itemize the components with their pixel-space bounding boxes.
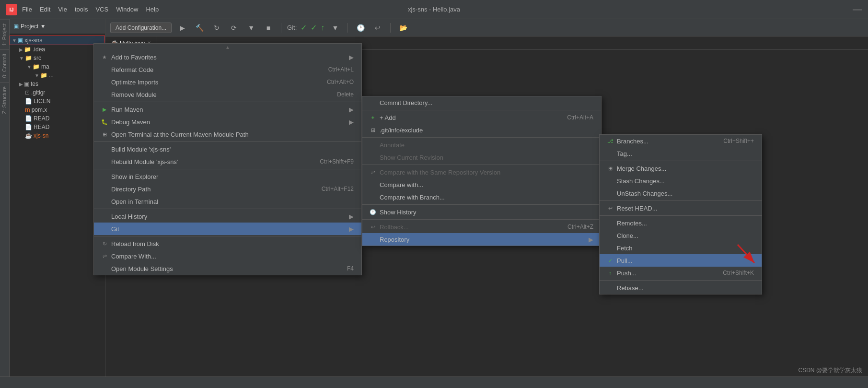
menu-window[interactable]: Window <box>116 6 138 13</box>
menu-reload-disk[interactable]: ↻ Reload from Disk <box>94 237 361 250</box>
rollback-btn[interactable]: ↩ <box>371 21 384 35</box>
build-btn[interactable]: 🔨 <box>193 21 206 35</box>
toolbar-sep1 <box>281 23 281 33</box>
menu-show-history[interactable]: 🕐 Show History <box>362 206 601 218</box>
tree-idea[interactable]: ▶ 📁 .idea <box>10 45 105 54</box>
git-check2-icon[interactable]: ✓ <box>311 23 317 32</box>
toolbar-sep2 <box>347 23 348 33</box>
tree-readme2[interactable]: 📄 READ <box>10 123 105 131</box>
tab-project[interactable]: 1: Project <box>0 19 9 49</box>
status-bar: CSDN @要学就学灰太狼 <box>0 376 868 388</box>
tree-root[interactable]: ▼ ▣ xjs-sns <box>10 35 105 45</box>
sep4 <box>94 209 361 209</box>
menu-push[interactable]: ↑ Push... Ctrl+Shift+K <box>600 267 762 279</box>
menu-show-explorer[interactable]: Show in Explorer <box>94 170 361 183</box>
tree-gitignore[interactable]: ⊡ .gitigr <box>10 88 105 97</box>
refresh-btn[interactable]: ⟳ <box>227 21 241 35</box>
menu-fetch[interactable]: Fetch <box>600 242 762 254</box>
tree-src[interactable]: ▼ 📁 src <box>10 54 105 62</box>
folder-btn[interactable]: 📂 <box>396 21 410 35</box>
tree-ma[interactable]: ▼ 📁 ma <box>10 62 105 71</box>
add-icon: + <box>368 114 378 121</box>
menu-rebase[interactable]: Rebase... <box>600 282 762 294</box>
menu-file[interactable]: File <box>22 6 32 13</box>
menu-debug-maven[interactable]: 🐛 Debug Maven ▶ <box>94 116 361 128</box>
menu-build-module[interactable]: Build Module 'xjs-sns' <box>94 143 361 155</box>
menu-add[interactable]: + + Add Ctrl+Alt+A <box>362 111 601 124</box>
compare-icon: ⇌ <box>100 252 109 260</box>
menu-commit-directory[interactable]: Commit Directory... <box>362 96 601 109</box>
tab-commit[interactable]: 0: Commit <box>0 49 9 82</box>
menu-git[interactable]: Git ▶ <box>94 223 361 235</box>
merge-icon: ⊞ <box>605 165 615 172</box>
run-maven-icon: ▶ <box>100 106 109 113</box>
menu-add-favorites[interactable]: ★ Add to Favorites ▶ <box>94 51 361 63</box>
tree-ma-sub[interactable]: ▼ 📁 ... <box>10 71 105 80</box>
minimize-icon[interactable]: — <box>853 4 862 15</box>
tree-tes[interactable]: ▶ ▣ tes <box>10 80 105 88</box>
menu-optimize-imports[interactable]: Optimize Imports Ctrl+Alt+O <box>94 76 361 88</box>
menu-compare-same-repo: ⇌ Compare with the Same Repository Versi… <box>362 166 601 178</box>
tree-license[interactable]: 📄 LICEN <box>10 97 105 106</box>
menu-reset-head[interactable]: ↩ Reset HEAD... <box>600 202 762 214</box>
menu-unstash-changes[interactable]: UnStash Changes... <box>600 187 762 200</box>
title-bar: IJ File Edit Vie tools VCS Window Help x… <box>0 0 868 19</box>
menu-compare-branch[interactable]: Compare with Branch... <box>362 191 601 203</box>
menu-edit[interactable]: Edit <box>40 6 50 13</box>
menu-repository[interactable]: Repository ▶ <box>362 233 601 246</box>
menu-open-module-settings[interactable]: Open Module Settings F4 <box>94 262 361 275</box>
push-icon: ↑ <box>605 269 615 277</box>
menu-pull[interactable]: ✓ Pull... <box>600 254 762 267</box>
history-btn[interactable]: 🕐 <box>354 21 367 35</box>
rollback-icon: ↩ <box>368 223 378 231</box>
menu-branches[interactable]: ⎇ Branches... Ctrl+Shift++ <box>600 135 762 147</box>
menu-remotes[interactable]: Remotes... <box>600 217 762 229</box>
add-config-btn[interactable]: Add Configuration... <box>110 23 172 33</box>
sync-btn[interactable]: ↻ <box>210 21 223 35</box>
menu-local-history[interactable]: Local History ▶ <box>94 210 361 223</box>
stop-btn[interactable]: ■ <box>262 21 275 35</box>
git-push-icon[interactable]: ↑ <box>321 24 324 32</box>
tree-readme1[interactable]: 📄 READ <box>10 114 105 123</box>
menu-directory-path[interactable]: Directory Path Ctrl+Alt+F12 <box>94 183 361 195</box>
menu-vcs[interactable]: VCS <box>95 6 108 13</box>
menu-run-maven[interactable]: ▶ Run Maven ▶ <box>94 103 361 116</box>
menu-tools[interactable]: tools <box>75 6 88 13</box>
reset-head-icon: ↩ <box>605 204 615 212</box>
tree-xjs[interactable]: ☕ xjs-sn <box>10 131 105 140</box>
menu-clone[interactable]: Clone... <box>600 229 762 242</box>
menu-show-current-revision: Show Current Revision <box>362 151 601 164</box>
tab-structure[interactable]: Z: Structure <box>0 82 9 118</box>
menu-open-terminal-maven[interactable]: ⊞ Open Terminal at the Current Maven Mod… <box>94 128 361 141</box>
project-panel: ▣ Project ▼ ▼ ▣ xjs-sns ▶ 📁 .idea ▼ 📁 sr… <box>10 19 105 376</box>
menu-tag[interactable]: Tag... <box>600 147 762 160</box>
menu-annotate: Annotate <box>362 139 601 151</box>
title-bar-right: — <box>853 4 862 15</box>
sep3 <box>94 169 361 169</box>
menu-compare-with2[interactable]: Compare with... <box>362 178 601 191</box>
menu-reformat-code[interactable]: Reformat Code Ctrl+Alt+L <box>94 63 361 76</box>
menu-stash-changes[interactable]: Stash Changes... <box>600 175 762 187</box>
debug-btn[interactable]: ▼ <box>244 21 258 35</box>
window-title: xjs-sns - Hello.java <box>408 6 460 13</box>
menu-compare-with[interactable]: ⇌ Compare With... <box>94 250 361 262</box>
menu-rebuild-module[interactable]: Rebuild Module 'xjs-sns' Ctrl+Shift+F9 <box>94 155 361 168</box>
menu-view[interactable]: Vie <box>58 6 67 13</box>
menu-help[interactable]: Help <box>146 6 159 13</box>
git-check1-icon[interactable]: ✓ <box>301 23 307 32</box>
menu-git-info-exclude[interactable]: ⊞ .git/info/exclude <box>362 124 601 136</box>
menu-remove-module[interactable]: Remove Module Delete <box>94 88 361 101</box>
run-btn[interactable]: ▶ <box>175 21 189 35</box>
menu-bar: File Edit Vie tools VCS Window Help <box>22 6 159 13</box>
folder-icon: ▣ <box>13 23 19 30</box>
main-toolbar: Add Configuration... ▶ 🔨 ↻ ⟳ ▼ ■ Git: ✓ … <box>105 19 868 36</box>
sep2 <box>94 141 361 142</box>
git-dropdown-btn[interactable]: ▼ <box>328 21 342 35</box>
menu-open-terminal[interactable]: Open in Terminal <box>94 195 361 208</box>
debug-maven-icon: 🐛 <box>100 118 109 126</box>
menu-merge-changes[interactable]: ⊞ Merge Changes... <box>600 162 762 175</box>
watermark: CSDN @要学就学灰太狼 <box>798 366 862 375</box>
context-menu-vcs: Commit Directory... + + Add Ctrl+Alt+A ⊞… <box>362 96 602 246</box>
tree-pom[interactable]: m pom.x <box>10 106 105 114</box>
panel-header[interactable]: ▣ Project ▼ <box>10 19 105 34</box>
